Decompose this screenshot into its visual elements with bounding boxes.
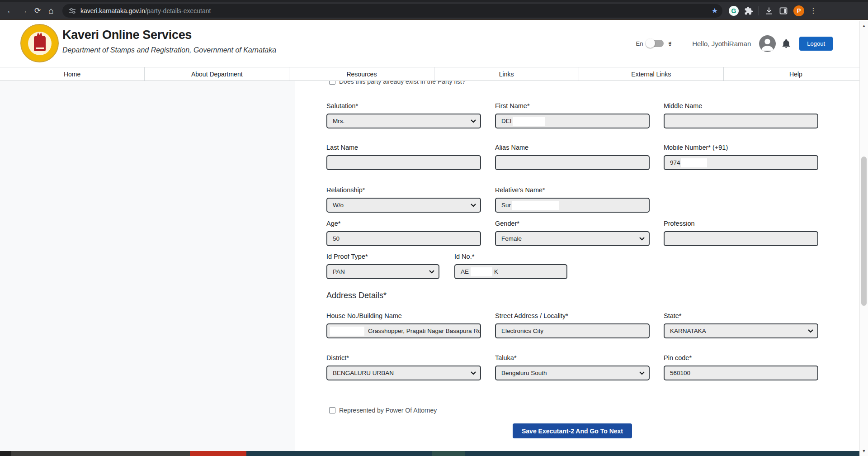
house-no-value: Grasshopper, Pragati Nagar Basapura Rc bbox=[368, 328, 481, 334]
chevron-down-icon bbox=[808, 329, 813, 333]
scrollbar-up-icon[interactable]: ▲ bbox=[860, 22, 868, 30]
logout-button[interactable]: Logout bbox=[799, 37, 833, 51]
last-name-input[interactable] bbox=[326, 155, 481, 170]
browser-home-button[interactable]: ⌂ bbox=[44, 4, 58, 18]
profession-label: Profession bbox=[664, 220, 818, 227]
site-settings-icon[interactable] bbox=[69, 7, 76, 14]
party-details-form: Does this party already exist in the Par… bbox=[295, 81, 868, 451]
browser-back-button[interactable]: ← bbox=[4, 4, 17, 18]
chevron-down-icon bbox=[639, 237, 645, 241]
district-label: District* bbox=[326, 354, 481, 361]
side-panel-icon[interactable] bbox=[779, 6, 788, 15]
profession-input[interactable] bbox=[664, 231, 818, 246]
party-exists-checkbox[interactable] bbox=[329, 81, 335, 85]
first-name-input[interactable]: DEI bbox=[495, 114, 650, 128]
poa-checkbox[interactable] bbox=[329, 407, 335, 413]
chevron-down-icon bbox=[471, 119, 476, 123]
page-scrollbar[interactable]: ▲ ▼ bbox=[859, 21, 868, 456]
state-select[interactable]: KARNATAKA bbox=[664, 323, 818, 338]
language-toggle[interactable] bbox=[646, 40, 664, 47]
gender-value: Female bbox=[501, 235, 522, 242]
toggle-knob[interactable] bbox=[646, 38, 655, 48]
browser-profile-avatar[interactable]: P bbox=[793, 5, 804, 16]
chevron-down-icon bbox=[471, 204, 476, 207]
redaction-patch bbox=[471, 267, 492, 276]
mobile-number-label: Mobile Number* (+91) bbox=[664, 144, 818, 151]
nav-item-external-links[interactable]: External Links bbox=[579, 67, 723, 81]
chevron-down-icon bbox=[429, 270, 434, 274]
first-name-label: First Name* bbox=[495, 102, 650, 109]
karnataka-government-logo bbox=[20, 24, 59, 62]
emblem-icon bbox=[34, 36, 46, 51]
address-details-heading: Address Details* bbox=[326, 291, 868, 300]
middle-name-input[interactable] bbox=[664, 114, 818, 128]
redaction-patch bbox=[512, 201, 559, 210]
url-host: kaveri.karnataka.gov.in bbox=[80, 7, 145, 14]
party-exists-row: Does this party already exist in the Par… bbox=[329, 81, 868, 85]
browser-menu-icon[interactable]: ⋮ bbox=[810, 6, 817, 15]
redaction-patch bbox=[513, 117, 545, 126]
chevron-down-icon bbox=[639, 371, 645, 375]
page-subtitle: Department of Stamps and Registration, G… bbox=[62, 46, 276, 54]
browser-forward-button[interactable]: → bbox=[17, 4, 31, 18]
nav-item-home[interactable]: Home bbox=[0, 67, 144, 81]
district-value: BENGALURU URBAN bbox=[333, 370, 394, 376]
id-number-input[interactable]: AE K bbox=[454, 264, 567, 279]
relative-name-input[interactable]: Sur bbox=[495, 198, 650, 213]
alias-name-input[interactable] bbox=[495, 155, 650, 170]
salutation-value: Mrs. bbox=[333, 118, 344, 124]
bookmark-star-icon[interactable]: ★ bbox=[712, 6, 718, 15]
extensions-puzzle-icon[interactable] bbox=[744, 6, 753, 15]
age-value: 50 bbox=[333, 235, 340, 242]
save-executant-button[interactable]: Save Executant-2 And Go To Next bbox=[513, 423, 632, 438]
url-text[interactable]: kaveri.karnataka.gov.in/party-details-ex… bbox=[80, 7, 708, 14]
age-input[interactable]: 50 bbox=[326, 231, 481, 246]
taluka-select[interactable]: Bengaluru South bbox=[495, 366, 650, 380]
relative-name-label: Relative's Name* bbox=[495, 186, 650, 194]
page-title: Kaveri Online Services bbox=[62, 28, 276, 42]
salutation-select[interactable]: Mrs. bbox=[326, 114, 481, 128]
id-number-suffix: K bbox=[494, 268, 498, 275]
left-panel bbox=[0, 81, 295, 451]
notification-bell-icon[interactable] bbox=[781, 38, 791, 49]
middle-name-label: Middle Name bbox=[664, 102, 818, 109]
gender-select[interactable]: Female bbox=[495, 231, 650, 246]
relative-name-value: Sur bbox=[501, 202, 511, 209]
id-proof-type-label: Id Proof Type* bbox=[326, 253, 439, 260]
poa-row: Represented by Power Of Attorney bbox=[329, 407, 868, 414]
redaction-patch bbox=[330, 327, 364, 336]
language-label-en: En bbox=[636, 40, 643, 47]
age-label: Age* bbox=[326, 220, 481, 227]
street-address-value: Electronics City bbox=[501, 328, 543, 334]
pincode-value: 560100 bbox=[670, 370, 690, 376]
browser-reload-button[interactable]: ⟳ bbox=[31, 4, 44, 18]
party-exists-label: Does this party already exist in the Par… bbox=[339, 81, 465, 85]
address-bar[interactable]: kaveri.karnataka.gov.in/party-details-ex… bbox=[62, 4, 722, 18]
relationship-select[interactable]: W/o bbox=[326, 198, 481, 213]
chevron-down-icon bbox=[471, 371, 476, 375]
taluka-value: Bengaluru South bbox=[501, 370, 547, 376]
grammarly-extension-icon[interactable]: G bbox=[729, 6, 739, 16]
pincode-label: Pin code* bbox=[664, 354, 818, 361]
street-address-input[interactable]: Electronics City bbox=[495, 323, 650, 338]
id-proof-type-select[interactable]: PAN bbox=[326, 264, 439, 279]
nav-item-resources[interactable]: Resources bbox=[289, 67, 434, 81]
toolbar-divider bbox=[759, 6, 759, 15]
id-number-label: Id No.* bbox=[454, 253, 567, 260]
nav-item-about-department[interactable]: About Department bbox=[144, 67, 289, 81]
nav-item-help[interactable]: Help bbox=[723, 67, 868, 81]
relationship-value: W/o bbox=[333, 202, 344, 209]
scrollbar-thumb[interactable] bbox=[861, 157, 867, 306]
pincode-input[interactable]: 560100 bbox=[664, 366, 818, 380]
scrollbar-down-icon[interactable]: ▼ bbox=[860, 447, 868, 455]
main-navigation: Home About Department Resources Links Ex… bbox=[0, 67, 868, 81]
language-label-kannada: ಕ bbox=[668, 39, 671, 48]
downloads-icon[interactable] bbox=[764, 6, 774, 15]
mobile-number-input[interactable]: 974 bbox=[664, 155, 818, 170]
id-number-prefix: AE bbox=[461, 268, 469, 275]
user-avatar-icon[interactable] bbox=[759, 35, 776, 52]
house-no-input[interactable]: Grasshopper, Pragati Nagar Basapura Rc bbox=[326, 323, 481, 338]
nav-item-links[interactable]: Links bbox=[434, 67, 579, 81]
district-select[interactable]: BENGALURU URBAN bbox=[326, 366, 481, 380]
relationship-label: Relationship* bbox=[326, 186, 481, 194]
